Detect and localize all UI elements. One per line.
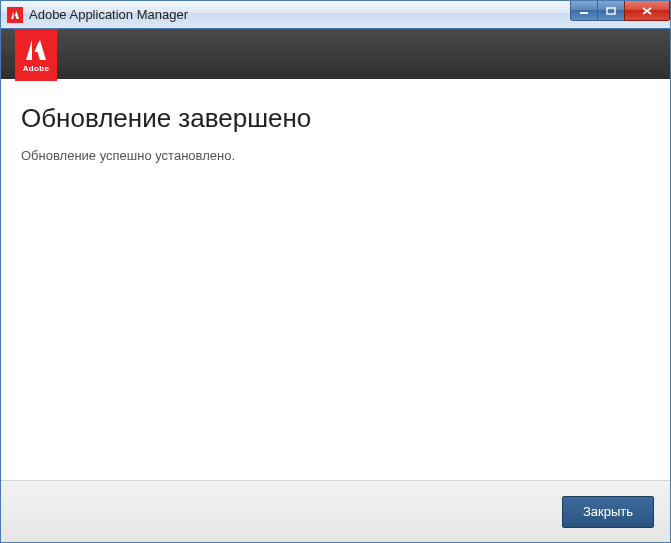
adobe-logo-text: Adobe	[23, 64, 49, 73]
svg-rect-0	[580, 12, 588, 14]
window-controls	[571, 1, 670, 21]
adobe-logo: Adobe	[15, 29, 57, 81]
close-icon	[642, 7, 652, 15]
titlebar[interactable]: Adobe Application Manager	[1, 1, 670, 29]
application-window: Adobe Application Manager	[0, 0, 671, 543]
maximize-icon	[606, 7, 616, 15]
minimize-icon	[579, 7, 589, 15]
status-message: Обновление успешно установлено.	[21, 148, 650, 163]
close-window-button[interactable]	[624, 1, 670, 21]
maximize-button[interactable]	[597, 1, 625, 21]
content-area: Обновление завершено Обновление успешно …	[1, 79, 670, 480]
adobe-a-icon	[22, 38, 50, 62]
page-heading: Обновление завершено	[21, 103, 650, 134]
svg-rect-1	[607, 8, 615, 14]
close-button[interactable]: Закрыть	[562, 496, 654, 528]
footer-bar: Закрыть	[1, 480, 670, 542]
adobe-app-icon	[7, 7, 23, 23]
header-band: Adobe	[1, 29, 670, 79]
minimize-button[interactable]	[570, 1, 598, 21]
window-title: Adobe Application Manager	[29, 7, 188, 22]
